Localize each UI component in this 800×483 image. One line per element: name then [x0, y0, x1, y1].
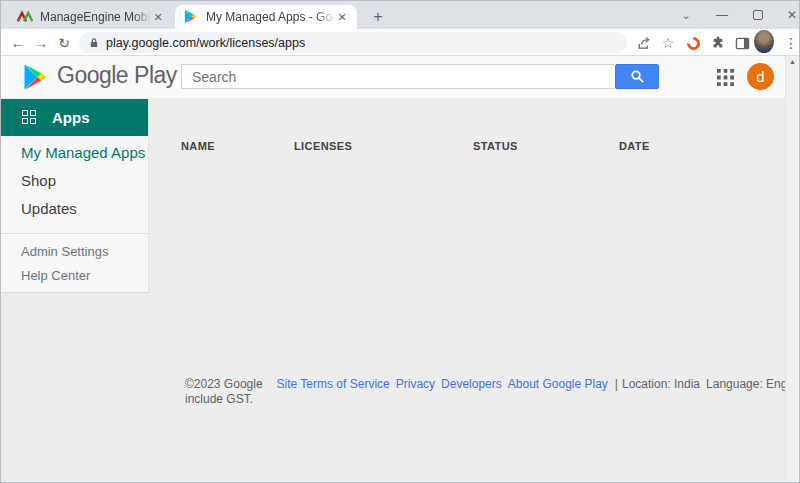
- sidebar-item-help-center[interactable]: Help Center: [21, 266, 90, 286]
- page-footer: ©2023 GoogleSite Terms of ServicePrivacy…: [185, 377, 745, 406]
- tab-title: My Managed Apps - Google Play: [206, 10, 335, 24]
- tab-search-icon[interactable]: ⌄: [673, 1, 699, 29]
- address-bar[interactable]: play.google.com/work/licenses/apps: [79, 32, 627, 53]
- search-input[interactable]: [181, 64, 615, 89]
- profile-photo: [754, 30, 774, 53]
- window-close-button[interactable]: ✕: [779, 1, 800, 29]
- tab-strip: ManageEngine Mobile Device Ma ✕ My Manag…: [1, 1, 799, 29]
- manageengine-icon: [17, 9, 33, 25]
- google-play-logo-icon[interactable]: [21, 62, 49, 92]
- footer-location: Location: India: [622, 377, 700, 391]
- page-content: Google Play d Apps My Managed Apps: [1, 56, 799, 483]
- google-play-wordmark[interactable]: Google Play: [57, 62, 177, 89]
- tab-manageengine[interactable]: ManageEngine Mobile Device Ma ✕: [9, 5, 173, 29]
- column-header-status: STATUS: [473, 140, 518, 152]
- scroll-up-arrow-icon[interactable]: ▲: [789, 58, 796, 65]
- search-button[interactable]: [615, 64, 659, 89]
- sidebar-item-updates[interactable]: Updates: [21, 199, 77, 219]
- close-tab-icon[interactable]: ✕: [335, 10, 349, 24]
- url-text: play.google.com/work/licenses/apps: [106, 36, 305, 50]
- link-privacy[interactable]: Privacy: [396, 377, 435, 391]
- browser-profile-avatar[interactable]: [754, 31, 774, 51]
- account-avatar[interactable]: d: [747, 63, 774, 90]
- play-store-header: Google Play d: [1, 56, 799, 98]
- sidebar-header-label: Apps: [52, 109, 90, 126]
- apps-grid-icon: [22, 110, 37, 125]
- footer-line-2: include GST.: [185, 392, 745, 406]
- minimize-button[interactable]: —: [709, 1, 735, 29]
- lock-icon: [89, 37, 99, 49]
- extensions-puzzle-icon[interactable]: [708, 33, 728, 53]
- column-header-name: NAME: [181, 140, 215, 152]
- maximize-icon: [753, 10, 763, 20]
- prices-note-part2: include GST.: [185, 392, 253, 406]
- sidebar-item-admin-settings[interactable]: Admin Settings: [21, 242, 108, 262]
- link-developers[interactable]: Developers: [441, 377, 502, 391]
- footer-separator: |: [615, 377, 618, 391]
- link-site-terms[interactable]: Site Terms of Service: [277, 377, 390, 391]
- orange-arc-shape: [684, 34, 702, 52]
- column-header-date: DATE: [619, 140, 650, 152]
- extension-icon-orange[interactable]: [683, 33, 703, 53]
- back-button[interactable]: ←: [7, 32, 29, 54]
- sidebar-apps-header[interactable]: Apps: [1, 99, 148, 136]
- page-scrollbar[interactable]: ▲: [785, 56, 799, 483]
- forward-button[interactable]: →: [30, 32, 52, 54]
- browser-window: ManageEngine Mobile Device Ma ✕ My Manag…: [0, 0, 800, 483]
- tab-title: ManageEngine Mobile Device Ma: [40, 10, 151, 24]
- maximize-button[interactable]: [745, 1, 771, 29]
- browser-toolbar: ← → ↻ play.google.com/work/licenses/apps…: [1, 29, 799, 56]
- link-about-google-play[interactable]: About Google Play: [508, 377, 608, 391]
- license-table-header: NAME LICENSES STATUS DATE: [1, 140, 799, 154]
- close-tab-icon[interactable]: ✕: [151, 10, 165, 24]
- chrome-menu-icon[interactable]: ⋮: [781, 33, 800, 53]
- new-tab-button[interactable]: +: [367, 6, 389, 28]
- reload-button[interactable]: ↻: [53, 32, 75, 54]
- column-header-licenses: LICENSES: [294, 140, 352, 152]
- sidebar: Apps My Managed Apps Shop Updates Admin …: [1, 99, 149, 293]
- tab-google-play[interactable]: My Managed Apps - Google Play ✕: [175, 5, 357, 29]
- search-icon: [630, 69, 645, 84]
- footer-line-1: ©2023 GoogleSite Terms of ServicePrivacy…: [185, 377, 745, 391]
- google-apps-grid-icon[interactable]: [717, 69, 734, 86]
- sidebar-divider: [1, 233, 148, 234]
- share-icon[interactable]: [633, 33, 653, 53]
- google-play-icon: [183, 9, 199, 25]
- copyright-text: ©2023 Google: [185, 377, 263, 391]
- bookmark-star-icon[interactable]: ☆: [658, 33, 678, 53]
- side-panel-icon[interactable]: [732, 33, 752, 53]
- sidebar-item-shop[interactable]: Shop: [21, 171, 56, 191]
